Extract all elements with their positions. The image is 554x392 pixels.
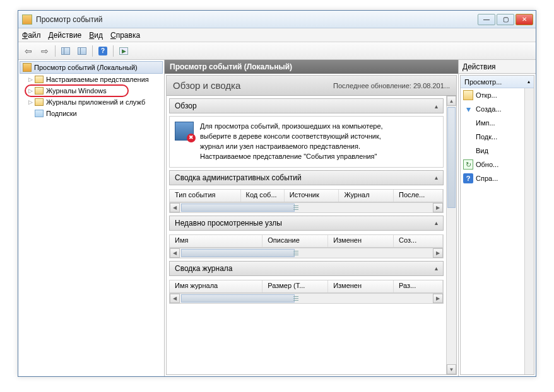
section-admin-summary[interactable]: Сводка административных событий ▴ <box>169 170 444 185</box>
col-name[interactable]: Имя <box>170 235 262 247</box>
toolbar-separator <box>92 45 93 57</box>
event-viewer-icon <box>23 63 32 72</box>
chevron-right-icon: ▷ <box>28 76 33 83</box>
section-recent-nodes[interactable]: Недавно просмотренные узлы ▴ <box>169 216 444 231</box>
action-refresh[interactable]: Обно... <box>461 158 534 171</box>
app-window: Просмотр событий — ▢ ✕ Файл Действие Вид… <box>18 10 536 377</box>
action-connect[interactable]: Подк... <box>461 130 534 144</box>
col-modified[interactable]: Изменен <box>328 280 394 292</box>
section-log-summary[interactable]: Сводка журнала ▴ <box>169 261 444 276</box>
show-hide-tree-button[interactable] <box>58 44 73 58</box>
menu-view[interactable]: Вид <box>89 31 103 40</box>
last-update-label: Последнее обновление: 29.08.201... <box>333 82 450 89</box>
toolbar-separator <box>55 45 56 57</box>
col-description[interactable]: Описание <box>262 235 328 247</box>
titlebar[interactable]: Просмотр событий — ▢ ✕ <box>18 11 536 28</box>
tree-pane: Просмотр событий (Локальный) ▷ Настраива… <box>18 60 165 376</box>
maximize-button[interactable]: ▢ <box>497 14 514 25</box>
overview-title: Обзор и сводка <box>173 80 240 91</box>
vertical-scrollbar[interactable] <box>524 88 534 374</box>
blank-icon <box>463 146 473 156</box>
help-icon: ? <box>463 173 473 183</box>
actions-pane: Действия Просмотр... ▴ Откр... Созда... … <box>459 60 536 376</box>
scroll-thumb[interactable] <box>181 294 295 303</box>
scroll-left-button[interactable]: ◀ <box>170 248 180 258</box>
folder-icon <box>35 76 44 83</box>
close-button[interactable]: ✕ <box>516 14 533 25</box>
center-pane: Просмотр событий (Локальный) Обзор и сво… <box>165 60 459 376</box>
horizontal-scrollbar[interactable]: ◀ ▶ <box>170 248 443 258</box>
folder-icon <box>35 98 44 106</box>
refresh-icon <box>463 159 473 170</box>
chevron-right-icon: ▷ <box>28 88 33 94</box>
collapse-icon: ▴ <box>435 219 438 226</box>
actions-title: Действия <box>459 60 536 74</box>
scroll-down-button[interactable]: ▼ <box>447 364 456 374</box>
col-event-id[interactable]: Код соб... <box>241 190 285 202</box>
col-event-type[interactable]: Тип события <box>170 190 241 202</box>
scroll-left-button[interactable]: ◀ <box>170 203 180 212</box>
app-icon <box>22 14 32 25</box>
overview-info: Для просмотра событий, произошедших на к… <box>169 116 444 168</box>
window-title: Просмотр событий <box>36 15 478 24</box>
tree-root[interactable]: Просмотр событий (Локальный) <box>20 61 163 74</box>
menu-help[interactable]: Справка <box>110 31 140 40</box>
action-open-saved-log[interactable]: Откр... <box>461 88 534 102</box>
funnel-icon <box>463 104 473 114</box>
col-created[interactable]: Соз... <box>394 235 443 247</box>
action-create-custom-view[interactable]: Созда... <box>461 102 534 116</box>
menu-action[interactable]: Действие <box>49 31 82 40</box>
scroll-thumb[interactable] <box>181 249 295 257</box>
show-hide-actions-button[interactable] <box>74 44 90 58</box>
action-view[interactable]: Вид ▶ <box>461 144 534 158</box>
col-size[interactable]: Размер (Т... <box>262 280 328 292</box>
tree-item-app-services-logs[interactable]: ▷ Журналы приложений и служб <box>20 96 163 108</box>
collapse-icon: ▴ <box>435 265 438 272</box>
section-overview[interactable]: Обзор ▴ <box>169 98 444 113</box>
action-help[interactable]: ? Спра... ▶ <box>461 171 534 185</box>
scroll-right-button[interactable]: ▶ <box>433 248 443 258</box>
blank-icon <box>463 118 473 128</box>
collapse-icon: ▴ <box>435 103 438 110</box>
chevron-right-icon: ▷ <box>28 99 33 105</box>
collapse-icon: ▴ <box>435 174 438 181</box>
recent-nodes-table: Имя Описание Изменен Соз... ◀ ▶ <box>169 234 444 258</box>
minimize-button[interactable]: — <box>478 14 495 25</box>
col-modified[interactable]: Изменен <box>328 235 394 247</box>
scroll-right-button[interactable]: ▶ <box>433 294 443 303</box>
vertical-scrollbar[interactable]: ▲ ▼ <box>446 96 456 374</box>
tree-item-subscriptions[interactable]: Подписки <box>20 108 163 119</box>
menubar: Файл Действие Вид Справка <box>18 28 536 42</box>
center-header: Просмотр событий (Локальный) <box>165 60 458 74</box>
scroll-left-button[interactable]: ◀ <box>170 294 180 303</box>
scroll-right-button[interactable]: ▶ <box>433 203 443 212</box>
forward-button[interactable] <box>37 44 52 58</box>
overview-bar: Обзор и сводка Последнее обновление: 29.… <box>167 76 456 96</box>
toolbar-separator <box>113 45 114 57</box>
col-size2[interactable]: Раз... <box>394 280 443 292</box>
collapse-icon: ▴ <box>527 79 530 84</box>
scroll-up-button[interactable]: ▲ <box>447 96 456 106</box>
tree-root-label: Просмотр событий (Локальный) <box>34 64 138 71</box>
tree-item-custom-views[interactable]: ▷ Настраиваемые представления <box>20 74 163 85</box>
tree-item-windows-logs[interactable]: ▷ Журналы Windows <box>20 85 163 96</box>
computer-error-icon <box>175 122 194 141</box>
scroll-thumb[interactable] <box>447 107 456 208</box>
col-source[interactable]: Источник <box>285 190 339 202</box>
col-log-name[interactable]: Имя журнала <box>170 280 262 292</box>
back-button[interactable] <box>21 44 36 58</box>
col-log[interactable]: Журнал <box>339 190 394 202</box>
subscriptions-icon <box>35 110 44 117</box>
col-last[interactable]: После... <box>394 190 443 202</box>
scroll-thumb[interactable] <box>181 204 295 212</box>
horizontal-scrollbar[interactable]: ◀ ▶ <box>170 202 443 212</box>
toolbar: ? <box>18 42 536 60</box>
help-button[interactable]: ? <box>95 44 110 58</box>
menu-file[interactable]: Файл <box>22 31 41 40</box>
folder-icon <box>35 87 44 95</box>
horizontal-scrollbar[interactable]: ◀ ▶ <box>170 293 443 303</box>
refresh-button[interactable] <box>116 44 131 58</box>
action-import-custom-view[interactable]: Имп... <box>461 116 534 130</box>
log-summary-table: Имя журнала Размер (Т... Изменен Раз... … <box>169 280 444 304</box>
actions-header[interactable]: Просмотр... ▴ <box>461 76 534 88</box>
